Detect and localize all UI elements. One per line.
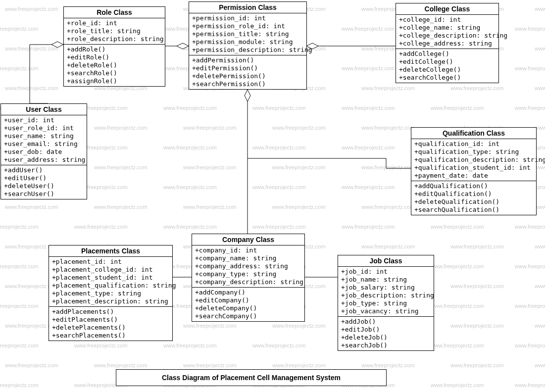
watermark-text: www.freeprojectz.com — [342, 145, 395, 150]
op: +addPlacements() — [52, 308, 169, 316]
watermark-text: www.freeprojectz.com — [535, 362, 545, 368]
class-role-ops: +addRole() +editRole() +deleteRole() +se… — [64, 45, 165, 86]
class-placements: Placements Class +placement_id: int +pla… — [49, 245, 173, 341]
watermark-text: www.freeprojectz.com — [272, 362, 326, 368]
watermark-text: www.freeprojectz.com — [361, 362, 415, 368]
watermark-text: www.freeprojectz.com — [535, 244, 545, 249]
watermark-text: www.freeprojectz.com — [0, 382, 39, 388]
attr: +company_type: string — [195, 270, 301, 278]
watermark-text: www.freeprojectz.com — [0, 303, 39, 309]
attr: +placement_description: string — [52, 297, 169, 305]
attr: +job_description: string — [341, 292, 431, 299]
attr: +company_description: string — [195, 278, 301, 286]
watermark-text: www.freeprojectz.com — [272, 323, 326, 329]
op: +addCollege() — [399, 50, 495, 58]
watermark-text: www.freeprojectz.com — [431, 105, 484, 111]
watermark-text: www.freeprojectz.com — [252, 224, 306, 230]
watermark-text: www.freeprojectz.com — [431, 224, 484, 230]
attr: +company_address: string — [195, 262, 301, 270]
watermark-text: www.freeprojectz.com — [0, 343, 39, 348]
class-job-title: Job Class — [338, 255, 434, 267]
watermark-text: www.freeprojectz.com — [515, 224, 545, 230]
op: +deleteUser() — [4, 182, 84, 190]
watermark-text: www.freeprojectz.com — [450, 323, 504, 329]
watermark-text: www.freeprojectz.com — [0, 224, 39, 230]
class-company-title: Company Class — [192, 234, 304, 245]
op: +searchUser() — [4, 190, 84, 198]
class-role-title: Role Class — [64, 7, 165, 18]
watermark-text: www.freeprojectz.com — [450, 85, 504, 91]
class-role: Role Class +role_id: int +role_title: st… — [63, 6, 165, 87]
class-qualification-attrs: +qualification_id: int +qualification_ty… — [411, 139, 536, 181]
attr: +placement_student_id: int — [52, 274, 169, 282]
watermark-text: www.freeprojectz.com — [361, 85, 415, 91]
attr: +qualification_type: string — [414, 148, 533, 156]
watermark-text: www.freeprojectz.com — [272, 204, 326, 210]
watermark-text: www.freeprojectz.com — [5, 46, 58, 51]
watermark-text: www.freeprojectz.com — [361, 244, 415, 249]
watermark-text: www.freeprojectz.com — [252, 145, 306, 150]
watermark-text: www.freeprojectz.com — [431, 343, 484, 348]
class-college-attrs: +college_id: int +college_name: string +… — [396, 15, 498, 49]
op: +deleteJob() — [341, 334, 431, 342]
watermark-text: www.freeprojectz.com — [94, 125, 148, 131]
op: +searchPlacements() — [52, 332, 169, 340]
attr: +role_description: string — [67, 35, 162, 43]
watermark-text: www.freeprojectz.com — [535, 323, 545, 329]
class-permission-ops: +addPermission() +editPermission() +dele… — [189, 55, 306, 89]
class-college: College Class +college_id: int +college_… — [396, 3, 499, 83]
class-placements-attrs: +placement_id: int +placement_college_id… — [49, 257, 172, 307]
class-company-ops: +addCompany() +editCompany() +deleteComp… — [192, 288, 304, 321]
attr: +company_name: string — [195, 254, 301, 262]
watermark-text: www.freeprojectz.com — [183, 204, 237, 210]
class-user-title: User Class — [1, 104, 87, 115]
watermark-text: www.freeprojectz.com — [431, 263, 484, 269]
watermark-text: www.freeprojectz.com — [535, 46, 545, 51]
watermark-text: www.freeprojectz.com — [5, 204, 58, 210]
watermark-text: www.freeprojectz.com — [183, 362, 237, 368]
attr: +permission_description: string — [192, 46, 303, 54]
op: +addUser() — [4, 166, 84, 174]
op: +deleteQualification() — [414, 198, 533, 206]
attr: +user_role_id: int — [4, 124, 84, 132]
class-placements-title: Placements Class — [49, 245, 172, 257]
attr: +role_id: int — [67, 19, 162, 27]
attr: +placement_id: int — [52, 258, 169, 266]
op: +editUser() — [4, 174, 84, 182]
attr: +placement_type: string — [52, 290, 169, 297]
watermark-text: www.freeprojectz.com — [431, 303, 484, 309]
attr: +job_salary: string — [341, 284, 431, 292]
attr: +user_address: string — [4, 156, 84, 164]
watermark-text: www.freeprojectz.com — [342, 105, 395, 111]
attr: +permission_title: string — [192, 30, 303, 38]
class-placements-ops: +addPlacements() +editPlacements() +dele… — [49, 307, 172, 341]
class-user-attrs: +user_id: int +user_role_id: int +user_n… — [1, 115, 87, 165]
attr: +college_description: string — [399, 32, 495, 40]
attr: +company_id: int — [195, 246, 301, 254]
watermark-text: www.freeprojectz.com — [252, 343, 306, 348]
op: +addCompany() — [195, 289, 301, 296]
op: +deleteCompany() — [195, 304, 301, 312]
watermark-text: www.freeprojectz.com — [163, 145, 217, 150]
attr: +placement_qualification: string — [52, 282, 169, 290]
class-college-title: College Class — [396, 3, 498, 15]
op: +editRole() — [67, 53, 162, 61]
attr: +permission_id: int — [192, 14, 303, 22]
attr: +job_id: int — [341, 268, 431, 276]
attr: +qualification_student_id: int — [414, 164, 533, 172]
op: +addRole() — [67, 46, 162, 53]
attr: +permission_role_id: int — [192, 22, 303, 30]
op: +searchPermission() — [192, 80, 303, 88]
watermark-text: www.freeprojectz.com — [342, 65, 395, 71]
attr: +college_id: int — [399, 16, 495, 24]
watermark-text: www.freeprojectz.com — [94, 164, 148, 170]
attr: +permission_module: string — [192, 38, 303, 46]
watermark-text: www.freeprojectz.com — [450, 362, 504, 368]
watermark-text: www.freeprojectz.com — [450, 244, 504, 249]
watermark-text: www.freeprojectz.com — [535, 85, 545, 91]
op: +editCompany() — [195, 296, 301, 304]
op: +addPermission() — [192, 56, 303, 64]
op: +searchCollege() — [399, 74, 495, 82]
svg-marker-1 — [177, 43, 189, 49]
class-job: Job Class +job_id: int +job_name: string… — [338, 255, 434, 351]
